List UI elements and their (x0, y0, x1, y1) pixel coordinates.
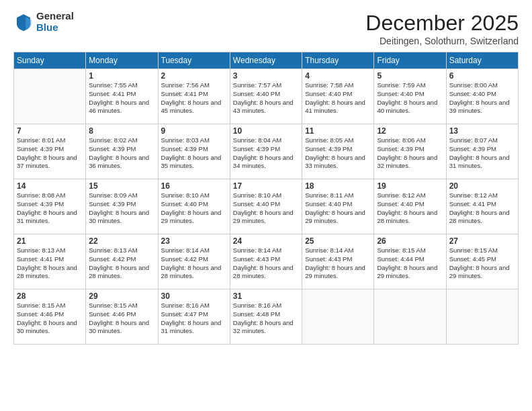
cell-info: Sunrise: 8:08 AMSunset: 4:39 PMDaylight:… (17, 191, 83, 226)
cell-info: Sunrise: 8:07 AMSunset: 4:39 PMDaylight:… (449, 136, 515, 171)
logo: General Blue (13, 11, 74, 33)
calendar-cell: 16Sunrise: 8:10 AMSunset: 4:40 PMDayligh… (158, 179, 230, 234)
calendar-cell: 28Sunrise: 8:15 AMSunset: 4:46 PMDayligh… (14, 289, 86, 345)
calendar-cell: 1Sunrise: 7:55 AMSunset: 4:41 PMDaylight… (86, 69, 158, 124)
day-number: 15 (89, 181, 154, 191)
header-thursday: Thursday (302, 52, 374, 69)
day-number: 14 (17, 181, 83, 191)
cell-info: Sunrise: 8:05 AMSunset: 4:39 PMDaylight:… (305, 136, 371, 171)
cell-info: Sunrise: 8:15 AMSunset: 4:46 PMDaylight:… (17, 302, 83, 336)
cell-info: Sunrise: 8:15 AMSunset: 4:46 PMDaylight:… (89, 302, 154, 336)
week-row-1: 1Sunrise: 7:55 AMSunset: 4:41 PMDaylight… (14, 69, 519, 124)
cell-info: Sunrise: 8:12 AMSunset: 4:40 PMDaylight:… (377, 191, 443, 226)
day-number: 13 (449, 126, 515, 136)
calendar-cell: 25Sunrise: 8:14 AMSunset: 4:43 PMDayligh… (302, 234, 374, 289)
calendar-cell: 15Sunrise: 8:09 AMSunset: 4:39 PMDayligh… (86, 179, 158, 234)
day-number: 21 (17, 236, 83, 246)
week-row-4: 21Sunrise: 8:13 AMSunset: 4:41 PMDayligh… (14, 234, 519, 289)
day-number: 19 (377, 181, 443, 191)
day-number: 4 (305, 71, 371, 81)
header-monday: Monday (86, 52, 158, 69)
calendar-cell: 11Sunrise: 8:05 AMSunset: 4:39 PMDayligh… (302, 124, 374, 179)
day-number: 24 (233, 236, 299, 246)
day-number: 12 (377, 126, 443, 136)
cell-info: Sunrise: 8:16 AMSunset: 4:47 PMDaylight:… (161, 302, 227, 336)
day-number: 26 (377, 236, 443, 246)
calendar-cell: 13Sunrise: 8:07 AMSunset: 4:39 PMDayligh… (446, 124, 518, 179)
day-number: 23 (161, 236, 227, 246)
calendar-cell: 6Sunrise: 8:00 AMSunset: 4:40 PMDaylight… (446, 69, 518, 124)
header: General Blue December 2025 Deitingen, So… (13, 11, 519, 46)
month-title: December 2025 (365, 11, 519, 36)
title-block: December 2025 Deitingen, Solothurn, Swit… (365, 11, 519, 46)
cell-info: Sunrise: 7:56 AMSunset: 4:41 PMDaylight:… (161, 81, 227, 116)
day-number: 31 (233, 291, 299, 301)
logo-icon (13, 12, 34, 32)
cell-info: Sunrise: 8:10 AMSunset: 4:40 PMDaylight:… (161, 191, 227, 226)
calendar-cell: 18Sunrise: 8:11 AMSunset: 4:40 PMDayligh… (302, 179, 374, 234)
day-number: 9 (161, 126, 227, 136)
logo-blue-text: Blue (36, 22, 74, 34)
header-wednesday: Wednesday (230, 52, 302, 69)
day-number: 6 (449, 71, 515, 81)
cell-info: Sunrise: 7:57 AMSunset: 4:40 PMDaylight:… (233, 81, 299, 116)
day-number: 22 (89, 236, 154, 246)
day-number: 18 (305, 181, 371, 191)
cell-info: Sunrise: 8:13 AMSunset: 4:42 PMDaylight:… (89, 246, 154, 281)
cell-info: Sunrise: 7:59 AMSunset: 4:40 PMDaylight:… (377, 81, 443, 116)
calendar-cell: 20Sunrise: 8:12 AMSunset: 4:41 PMDayligh… (446, 179, 518, 234)
cell-info: Sunrise: 8:14 AMSunset: 4:42 PMDaylight:… (161, 246, 227, 281)
day-number: 11 (305, 126, 371, 136)
cell-info: Sunrise: 7:55 AMSunset: 4:41 PMDaylight:… (89, 81, 154, 116)
week-row-2: 7Sunrise: 8:01 AMSunset: 4:39 PMDaylight… (14, 124, 519, 179)
calendar-header-row: SundayMondayTuesdayWednesdayThursdayFrid… (14, 52, 519, 69)
day-number: 8 (89, 126, 154, 136)
calendar-cell: 23Sunrise: 8:14 AMSunset: 4:42 PMDayligh… (158, 234, 230, 289)
week-row-5: 28Sunrise: 8:15 AMSunset: 4:46 PMDayligh… (14, 289, 519, 345)
day-number: 10 (233, 126, 299, 136)
day-number: 29 (89, 291, 154, 301)
cell-info: Sunrise: 8:10 AMSunset: 4:40 PMDaylight:… (233, 191, 299, 226)
calendar-cell: 9Sunrise: 8:03 AMSunset: 4:39 PMDaylight… (158, 124, 230, 179)
header-saturday: Saturday (446, 52, 518, 69)
calendar-cell: 2Sunrise: 7:56 AMSunset: 4:41 PMDaylight… (158, 69, 230, 124)
cell-info: Sunrise: 8:04 AMSunset: 4:39 PMDaylight:… (233, 136, 299, 171)
day-number: 28 (17, 291, 83, 301)
cell-info: Sunrise: 8:02 AMSunset: 4:39 PMDaylight:… (89, 136, 154, 171)
location: Deitingen, Solothurn, Switzerland (365, 36, 519, 46)
calendar-cell: 14Sunrise: 8:08 AMSunset: 4:39 PMDayligh… (14, 179, 86, 234)
cell-info: Sunrise: 8:11 AMSunset: 4:40 PMDaylight:… (305, 191, 371, 226)
cell-info: Sunrise: 8:14 AMSunset: 4:43 PMDaylight:… (233, 246, 299, 281)
day-number: 30 (161, 291, 227, 301)
day-number: 27 (449, 236, 515, 246)
calendar-cell: 31Sunrise: 8:16 AMSunset: 4:48 PMDayligh… (230, 289, 302, 345)
day-number: 3 (233, 71, 299, 81)
week-row-3: 14Sunrise: 8:08 AMSunset: 4:39 PMDayligh… (14, 179, 519, 234)
calendar-cell: 19Sunrise: 8:12 AMSunset: 4:40 PMDayligh… (374, 179, 446, 234)
day-number: 16 (161, 181, 227, 191)
header-friday: Friday (374, 52, 446, 69)
calendar-cell: 26Sunrise: 8:15 AMSunset: 4:44 PMDayligh… (374, 234, 446, 289)
calendar-cell: 4Sunrise: 7:58 AMSunset: 4:40 PMDaylight… (302, 69, 374, 124)
calendar-cell (302, 289, 374, 345)
cell-info: Sunrise: 8:00 AMSunset: 4:40 PMDaylight:… (449, 81, 515, 116)
day-number: 17 (233, 181, 299, 191)
header-sunday: Sunday (14, 52, 86, 69)
cell-info: Sunrise: 8:15 AMSunset: 4:45 PMDaylight:… (449, 246, 515, 281)
header-tuesday: Tuesday (158, 52, 230, 69)
calendar-cell: 30Sunrise: 8:16 AMSunset: 4:47 PMDayligh… (158, 289, 230, 345)
cell-info: Sunrise: 8:15 AMSunset: 4:44 PMDaylight:… (377, 246, 443, 281)
day-number: 7 (17, 126, 83, 136)
cell-info: Sunrise: 8:14 AMSunset: 4:43 PMDaylight:… (305, 246, 371, 281)
logo-text: General Blue (36, 11, 74, 33)
calendar-cell: 27Sunrise: 8:15 AMSunset: 4:45 PMDayligh… (446, 234, 518, 289)
cell-info: Sunrise: 8:01 AMSunset: 4:39 PMDaylight:… (17, 136, 83, 171)
calendar-cell (446, 289, 518, 345)
cell-info: Sunrise: 8:09 AMSunset: 4:39 PMDaylight:… (89, 191, 154, 226)
calendar-cell (14, 69, 86, 124)
calendar-cell: 3Sunrise: 7:57 AMSunset: 4:40 PMDaylight… (230, 69, 302, 124)
cell-info: Sunrise: 7:58 AMSunset: 4:40 PMDaylight:… (305, 81, 371, 116)
cell-info: Sunrise: 8:16 AMSunset: 4:48 PMDaylight:… (233, 302, 299, 336)
calendar-cell: 21Sunrise: 8:13 AMSunset: 4:41 PMDayligh… (14, 234, 86, 289)
cell-info: Sunrise: 8:03 AMSunset: 4:39 PMDaylight:… (161, 136, 227, 171)
